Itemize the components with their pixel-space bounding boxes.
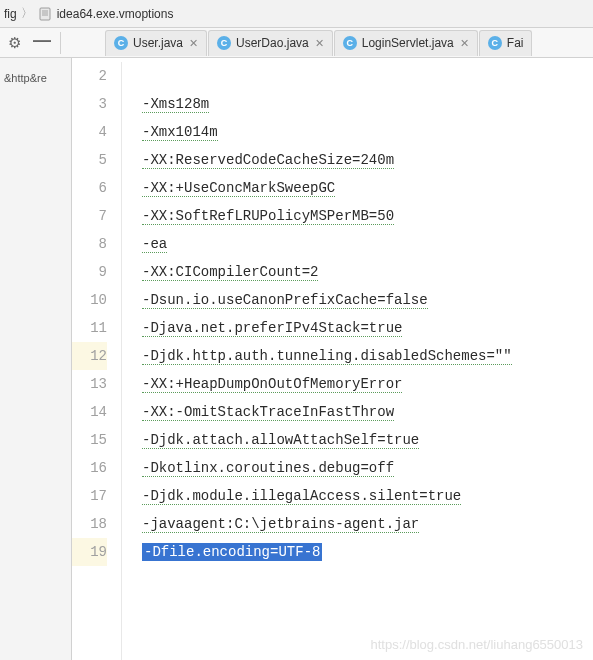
hide-button[interactable]: — xyxy=(28,29,56,57)
code-line[interactable]: -Dsun.io.useCanonPrefixCache=false xyxy=(142,286,593,314)
line-number-gutter[interactable]: 2345678910111213141516171819 xyxy=(72,62,122,660)
settings-button[interactable]: ⚙ xyxy=(0,29,28,57)
main-area: &http&re 2345678910111213141516171819 -X… xyxy=(0,58,593,660)
line-number[interactable]: 13 xyxy=(72,370,107,398)
chevron-right-icon: 〉 xyxy=(21,5,33,22)
sidebar-label: &http&re xyxy=(0,68,71,88)
close-icon[interactable]: ✕ xyxy=(460,37,469,50)
code-line[interactable]: -XX:+UseConcMarkSweepGC xyxy=(142,174,593,202)
line-number[interactable]: 17 xyxy=(72,482,107,510)
code-line[interactable]: -javaagent:C:\jetbrains-agent.jar xyxy=(142,510,593,538)
line-number[interactable]: 6 xyxy=(72,174,107,202)
code-line[interactable]: -XX:+HeapDumpOnOutOfMemoryError xyxy=(142,370,593,398)
java-class-icon: C xyxy=(488,36,502,50)
line-number[interactable]: 9 xyxy=(72,258,107,286)
editor-tabs: CUser.java✕CUserDao.java✕CLoginServlet.j… xyxy=(105,28,533,57)
editor-tab[interactable]: CUserDao.java✕ xyxy=(208,30,333,56)
tab-label: User.java xyxy=(133,36,183,50)
breadcrumb-filename[interactable]: idea64.exe.vmoptions xyxy=(57,7,174,21)
breadcrumb-parent[interactable]: fig xyxy=(4,7,17,21)
code-line[interactable]: -Djdk.http.auth.tunneling.disabledScheme… xyxy=(142,342,593,370)
tab-label: UserDao.java xyxy=(236,36,309,50)
editor-tab[interactable]: CUser.java✕ xyxy=(105,30,207,56)
minus-icon: — xyxy=(33,30,51,51)
java-class-icon: C xyxy=(217,36,231,50)
line-number[interactable]: 10 xyxy=(72,286,107,314)
code-line[interactable]: -XX:SoftRefLRUPolicyMSPerMB=50 xyxy=(142,202,593,230)
line-number[interactable]: 12 xyxy=(72,342,107,370)
java-class-icon: C xyxy=(343,36,357,50)
line-number[interactable]: 7 xyxy=(72,202,107,230)
breadcrumb: fig 〉 idea64.exe.vmoptions xyxy=(0,0,593,28)
code-line[interactable]: -Xmx1014m xyxy=(142,118,593,146)
editor-tab[interactable]: CFai xyxy=(479,30,533,56)
code-area[interactable]: -Xms128m-Xmx1014m-XX:ReservedCodeCacheSi… xyxy=(122,62,593,660)
code-line[interactable]: -XX:CICompilerCount=2 xyxy=(142,258,593,286)
line-number[interactable]: 5 xyxy=(72,146,107,174)
code-line[interactable]: -Xms128m xyxy=(142,90,593,118)
code-line[interactable]: -XX:-OmitStackTraceInFastThrow xyxy=(142,398,593,426)
tab-label: Fai xyxy=(507,36,524,50)
line-number[interactable]: 18 xyxy=(72,510,107,538)
line-number[interactable]: 11 xyxy=(72,314,107,342)
line-number[interactable]: 14 xyxy=(72,398,107,426)
code-line[interactable] xyxy=(142,62,593,90)
tab-label: LoginServlet.java xyxy=(362,36,454,50)
toolbar: ⚙ — CUser.java✕CUserDao.java✕CLoginServl… xyxy=(0,28,593,58)
file-icon xyxy=(37,6,53,22)
java-class-icon: C xyxy=(114,36,128,50)
line-number[interactable]: 15 xyxy=(72,426,107,454)
line-number[interactable]: 3 xyxy=(72,90,107,118)
line-number[interactable]: 8 xyxy=(72,230,107,258)
tool-window-sidebar[interactable]: &http&re xyxy=(0,58,72,660)
code-line[interactable]: -Djava.net.preferIPv4Stack=true xyxy=(142,314,593,342)
close-icon[interactable]: ✕ xyxy=(189,37,198,50)
line-number[interactable]: 16 xyxy=(72,454,107,482)
gear-icon: ⚙ xyxy=(8,34,21,52)
editor-tab[interactable]: CLoginServlet.java✕ xyxy=(334,30,478,56)
svg-rect-0 xyxy=(40,8,50,20)
code-line[interactable]: -Dfile.encoding=UTF-8 xyxy=(142,538,593,566)
line-number[interactable]: 2 xyxy=(72,62,107,90)
code-line[interactable]: -Djdk.attach.allowAttachSelf=true xyxy=(142,426,593,454)
code-line[interactable]: -ea xyxy=(142,230,593,258)
editor[interactable]: 2345678910111213141516171819 -Xms128m-Xm… xyxy=(72,58,593,660)
line-number[interactable]: 4 xyxy=(72,118,107,146)
line-number[interactable]: 19 xyxy=(72,538,107,566)
code-line[interactable]: -XX:ReservedCodeCacheSize=240m xyxy=(142,146,593,174)
code-line[interactable]: -Djdk.module.illegalAccess.silent=true xyxy=(142,482,593,510)
divider xyxy=(60,32,61,54)
code-line[interactable]: -Dkotlinx.coroutines.debug=off xyxy=(142,454,593,482)
close-icon[interactable]: ✕ xyxy=(315,37,324,50)
